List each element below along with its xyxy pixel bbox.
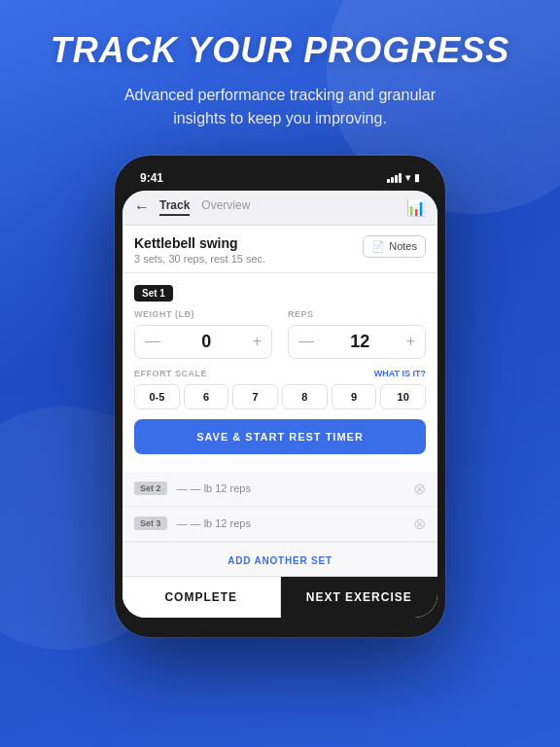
effort-item-6[interactable]: 6 <box>184 384 229 409</box>
phone-screen: ← Track Overview 📊 Kettlebell swing 3 se… <box>122 191 438 618</box>
chart-icon[interactable]: 📊 <box>406 198 426 217</box>
set-row: Set 3 — — lb 12 reps ⊗ <box>122 507 438 542</box>
exercise-info: Kettlebell swing 3 sets, 30 reps, rest 1… <box>134 235 265 265</box>
notes-label: Notes <box>389 240 417 252</box>
next-exercise-button[interactable]: NEXT EXERCISE <box>281 577 438 618</box>
weight-plus-button[interactable]: + <box>253 334 262 349</box>
phone-container: 9:41 ▾ ▮ ← Tra <box>0 146 560 637</box>
set3-info: — — lb 12 reps <box>177 517 413 529</box>
nav-tabs: Track Overview <box>159 198 406 216</box>
save-rest-timer-button[interactable]: SAVE & START REST TIMER <box>134 419 426 454</box>
bottom-buttons: COMPLETE NEXT EXERCISE <box>122 576 438 618</box>
signal-icon <box>387 173 402 183</box>
add-set-button[interactable]: ADD ANOTHER SET <box>228 555 332 566</box>
effort-what-link[interactable]: WHAT IS IT? <box>374 369 426 378</box>
set-badge: Set 1 <box>134 285 173 302</box>
set2-remove-button[interactable]: ⊗ <box>413 480 426 498</box>
add-set-row: ADD ANOTHER SET <box>122 542 438 576</box>
effort-item-9[interactable]: 9 <box>332 384 377 409</box>
weight-value: 0 <box>201 332 211 352</box>
set-content: Set 1 WEIGHT (LB) — 0 + REPS <box>122 273 438 472</box>
tab-overview[interactable]: Overview <box>201 198 250 216</box>
set-row: Set 2 — — lb 12 reps ⊗ <box>122 472 438 507</box>
nav-bar: ← Track Overview 📊 <box>122 191 438 226</box>
header-section: TRACK YOUR PROGRESS Advanced performance… <box>0 0 560 146</box>
page-subtitle: Advanced performance tracking and granul… <box>105 84 455 130</box>
set2-badge: Set 2 <box>134 481 167 495</box>
effort-item-0[interactable]: 0-5 <box>134 384 180 409</box>
status-icons: ▾ ▮ <box>387 172 420 183</box>
effort-label: EFFORT SCALE <box>134 369 207 378</box>
weight-group: WEIGHT (LB) — 0 + <box>134 309 272 359</box>
battery-icon: ▮ <box>414 172 420 183</box>
status-time: 9:41 <box>140 171 163 185</box>
reps-group: REPS — 12 + <box>288 309 426 359</box>
reps-label: REPS <box>288 309 426 319</box>
tab-track[interactable]: Track <box>159 198 190 216</box>
exercise-meta: 3 sets, 30 reps, rest 15 sec. <box>134 253 265 265</box>
exercise-name: Kettlebell swing <box>134 235 265 251</box>
set3-badge: Set 3 <box>134 516 167 530</box>
reps-minus-button[interactable]: — <box>298 334 314 349</box>
phone-mockup: 9:41 ▾ ▮ ← Tra <box>115 156 445 637</box>
effort-header: EFFORT SCALE WHAT IS IT? <box>134 369 426 378</box>
weight-stepper: — 0 + <box>134 325 272 359</box>
weight-label: WEIGHT (LB) <box>134 309 272 319</box>
notes-button[interactable]: 📄 Notes <box>363 235 426 258</box>
notes-icon: 📄 <box>371 240 385 253</box>
back-button[interactable]: ← <box>134 198 150 216</box>
input-row: WEIGHT (LB) — 0 + REPS — 12 <box>134 309 426 359</box>
status-bar: 9:41 ▾ ▮ <box>122 167 438 191</box>
reps-stepper: — 12 + <box>288 325 426 359</box>
wifi-icon: ▾ <box>405 172 410 183</box>
effort-section: EFFORT SCALE WHAT IS IT? 0-5 6 7 8 9 10 <box>134 369 426 409</box>
set3-remove-button[interactable]: ⊗ <box>413 515 426 533</box>
effort-item-10[interactable]: 10 <box>380 384 426 409</box>
complete-button[interactable]: COMPLETE <box>122 577 281 618</box>
page-title: TRACK YOUR PROGRESS <box>23 31 537 70</box>
reps-value: 12 <box>350 332 369 352</box>
effort-scale: 0-5 6 7 8 9 10 <box>134 384 426 409</box>
weight-minus-button[interactable]: — <box>145 334 160 349</box>
set-rows: Set 2 — — lb 12 reps ⊗ Set 3 — — lb 12 r… <box>122 472 438 542</box>
effort-item-8[interactable]: 8 <box>282 384 328 409</box>
background: TRACK YOUR PROGRESS Advanced performance… <box>0 0 560 747</box>
effort-item-7[interactable]: 7 <box>232 384 278 409</box>
reps-plus-button[interactable]: + <box>406 334 415 349</box>
set2-info: — — lb 12 reps <box>177 482 413 494</box>
exercise-header: Kettlebell swing 3 sets, 30 reps, rest 1… <box>122 226 438 273</box>
